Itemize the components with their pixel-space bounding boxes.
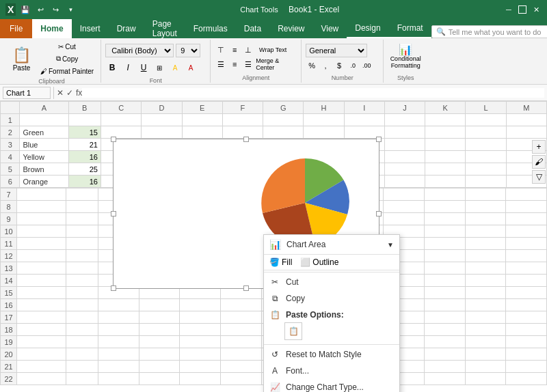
resize-handle-tl[interactable] — [111, 137, 116, 142]
align-left-button[interactable]: ☰ — [215, 58, 227, 70]
col-header-i[interactable]: I — [344, 102, 384, 114]
align-center-button[interactable]: ≡ — [228, 58, 241, 70]
align-middle-button[interactable]: ≡ — [228, 44, 241, 56]
align-right-button[interactable]: ☰ — [242, 58, 254, 70]
col-header-c[interactable]: C — [101, 102, 141, 114]
col-header-m[interactable]: M — [506, 102, 546, 114]
ctx-reset-match-style-item[interactable]: ↺ Reset to Match Style — [264, 346, 399, 363]
formula-input[interactable] — [82, 88, 544, 98]
col-header-f[interactable]: F — [222, 102, 263, 114]
chart-add-element-button[interactable]: + — [532, 140, 546, 154]
align-top-button[interactable]: ⊤ — [215, 44, 227, 56]
ctx-copy-item[interactable]: ⧉ Copy — [264, 290, 399, 307]
italic-button[interactable]: I — [121, 61, 135, 74]
tab-home[interactable]: Home — [32, 19, 71, 38]
ctx-fill-button[interactable]: 🪣 Fill — [269, 257, 292, 267]
ctx-font-item[interactable]: A Font... — [264, 363, 399, 379]
col-header-d[interactable]: D — [142, 102, 182, 114]
copy-button[interactable]: ⧉ Copy — [38, 53, 96, 64]
ctx-change-chart-type-item[interactable]: 📈 Change Chart Type... — [264, 379, 399, 392]
copy-label: Copy — [62, 55, 78, 63]
styles-group-label: Styles — [397, 73, 414, 81]
border-button[interactable]: ⊞ — [152, 61, 166, 74]
font-name-select[interactable]: Calibri (Body) — [105, 44, 174, 57]
minimize-button[interactable]: ─ — [503, 4, 514, 15]
resize-handle-bm[interactable] — [243, 285, 249, 291]
col-header-h[interactable]: H — [304, 102, 344, 114]
col-header-g[interactable]: G — [263, 102, 304, 114]
paste-button[interactable]: 📋 Paste — [7, 42, 36, 76]
tab-data[interactable]: Data — [236, 19, 269, 38]
close-button[interactable]: ✕ — [531, 4, 542, 15]
resize-handle-tm[interactable] — [243, 137, 249, 142]
align-bottom-button[interactable]: ⊥ — [242, 44, 254, 56]
ctx-chart-area-label: Chart Area — [286, 240, 325, 249]
tab-page-layout[interactable]: Page Layout — [144, 19, 185, 38]
col-header-b[interactable]: B — [68, 102, 101, 114]
col-header-j[interactable]: J — [384, 102, 425, 114]
chart-style-button[interactable]: 🖌 — [532, 155, 546, 169]
tab-insert[interactable]: Insert — [72, 19, 109, 38]
quick-access-save[interactable]: 💾 — [20, 4, 31, 15]
tab-formulas[interactable]: Formulas — [185, 19, 236, 38]
increase-decimal-button[interactable]: .00 — [360, 59, 373, 72]
underline-button[interactable]: U — [137, 61, 150, 74]
confirm-formula-icon[interactable]: ✓ — [66, 88, 73, 98]
tab-review[interactable]: Review — [269, 19, 312, 38]
resize-handle-mr[interactable] — [376, 211, 382, 216]
tab-view[interactable]: View — [312, 19, 347, 38]
cancel-formula-icon[interactable]: ✕ — [57, 88, 64, 98]
redo-button[interactable]: ↪ — [50, 4, 61, 15]
title-bar: X 💾 ↩ ↪ ▼ Chart Tools Book1 - Excel ─ ✕ — [0, 0, 547, 19]
ribbon-tabs: File Home Insert Draw Page Layout Formul… — [0, 19, 547, 38]
clipboard-group-label: Clipboard — [38, 76, 65, 85]
font-format-row: B I U ⊞ A A — [105, 61, 206, 74]
app-window: X 💾 ↩ ↪ ▼ Chart Tools Book1 - Excel ─ ✕ … — [0, 0, 547, 392]
resize-handle-ml[interactable] — [111, 211, 116, 216]
cut-button[interactable]: ✂ Cut — [38, 41, 96, 52]
tab-format[interactable]: Format — [389, 19, 431, 38]
alignment-group-label: Alignment — [242, 73, 269, 81]
wrap-text-button[interactable]: Wrap Text — [256, 44, 290, 56]
col-header-e[interactable]: E — [182, 102, 222, 114]
ctx-paste-icon-btn[interactable]: 📋 — [284, 322, 302, 340]
restore-button[interactable] — [517, 4, 528, 15]
fill-color-button[interactable]: A — [168, 61, 182, 74]
ctx-chart-dropdown[interactable]: ▼ — [387, 241, 394, 249]
conditional-formatting-button[interactable]: 📊 Conditional Formatting — [388, 41, 423, 71]
customize-qat[interactable]: ▼ — [65, 4, 76, 15]
tell-me-input[interactable]: 🔍 Tell me what you want to do — [431, 25, 547, 38]
comma-button[interactable]: , — [319, 59, 332, 72]
ctx-cut-item[interactable]: ✂ Cut — [264, 274, 399, 290]
chart-sidebar-buttons: + 🖌 ▽ — [531, 139, 547, 185]
chart-filter-button[interactable]: ▽ — [532, 170, 546, 184]
merge-center-button[interactable]: Merge & Center — [256, 58, 297, 70]
format-painter-button[interactable]: 🖌 Format Painter — [38, 66, 96, 76]
formula-bar: Chart 1 ✕ ✓ fx — [0, 85, 547, 101]
currency-button[interactable]: $ — [333, 59, 345, 72]
font-size-select[interactable]: 9 — [176, 44, 200, 57]
insert-function-icon[interactable]: fx — [76, 88, 82, 98]
excel-icon: X — [5, 3, 16, 16]
tab-design[interactable]: Design — [347, 19, 388, 38]
col-header-a[interactable]: A — [20, 102, 68, 114]
format-painter-icon: 🖌 — [40, 68, 47, 75]
number-format-select[interactable]: General — [306, 44, 367, 57]
bold-button[interactable]: B — [105, 61, 119, 74]
resize-handle-tr[interactable] — [376, 137, 382, 142]
font-color-button[interactable]: A — [184, 61, 198, 74]
name-box[interactable]: Chart 1 — [3, 87, 51, 99]
ctx-reset-match-style-label: Reset to Match Style — [286, 350, 362, 359]
tab-draw[interactable]: Draw — [109, 19, 144, 38]
ctx-chart-icon: 📊 — [269, 239, 281, 250]
col-header-l[interactable]: L — [466, 102, 506, 114]
ctx-outline-button[interactable]: ⬜ Outline — [300, 257, 338, 267]
conditional-formatting-icon: 📊 — [399, 43, 412, 56]
undo-button[interactable]: ↩ — [35, 4, 46, 15]
tab-file[interactable]: File — [0, 19, 32, 38]
decrease-decimal-button[interactable]: .0 — [347, 59, 359, 72]
col-header-k[interactable]: K — [425, 102, 466, 114]
resize-handle-bl[interactable] — [111, 285, 116, 291]
chart-tools-label: Chart Tools — [240, 5, 278, 14]
percent-button[interactable]: % — [306, 59, 318, 72]
